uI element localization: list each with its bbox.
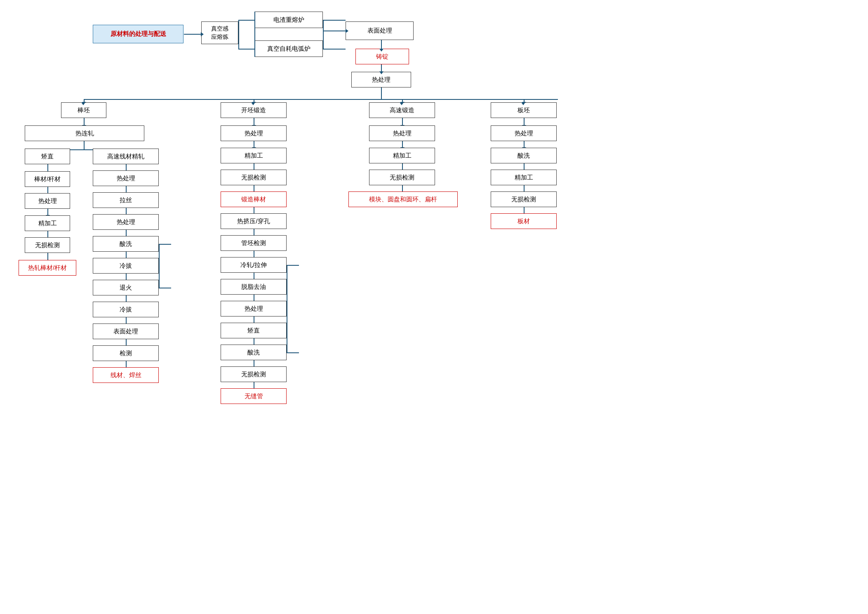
vac-arc-label: 真空自耗电弧炉 bbox=[267, 45, 311, 53]
arrow-picklings-finish bbox=[524, 163, 525, 170]
degrease-box: 脱脂去油 bbox=[221, 279, 287, 295]
mold-disk-label: 模块、圆盘和圆环、扁杆 bbox=[369, 196, 437, 203]
mold-disk-box: 模块、圆盘和圆环、扁杆 bbox=[348, 191, 458, 207]
loop-anneal-bot bbox=[159, 288, 171, 288]
vacuum-induction-label: 真空感应熔炼 bbox=[211, 25, 228, 41]
heat1-box: 热处理 bbox=[25, 193, 70, 209]
heat-hf1-box: 热处理 bbox=[369, 125, 435, 141]
surface2-label: 表面处理 bbox=[113, 328, 138, 335]
ndt-t2-box: 无损检测 bbox=[221, 366, 287, 382]
bar-rod-box: 棒材/杆材 bbox=[25, 171, 70, 187]
hswm-label: 高速线材精轧 bbox=[107, 153, 144, 161]
arrow-finishhf1-ndt bbox=[402, 163, 403, 170]
ndt-s1-box: 无损检测 bbox=[491, 191, 557, 207]
arrow-st-bar bbox=[47, 164, 48, 172]
arrow-to-slab bbox=[524, 99, 525, 102]
right-bracket-h-top bbox=[323, 20, 346, 21]
arrow-openforge-heat bbox=[254, 118, 254, 125]
arrow-esr-surface bbox=[323, 31, 346, 31]
vacuum-induction-box: 真空感应熔炼 bbox=[201, 21, 238, 44]
loop-coldroll-top-h bbox=[287, 265, 299, 266]
arrow-forgedbar-hotex bbox=[254, 207, 254, 214]
ndt-f1-label: 无损检测 bbox=[241, 174, 266, 182]
arrow-slab-heat bbox=[524, 118, 525, 125]
heat1-label: 热处理 bbox=[38, 197, 57, 205]
hswm-box: 高速线材精轧 bbox=[93, 149, 159, 164]
right-bracket-h-bot bbox=[323, 49, 346, 50]
ndt-f1-box: 无损检测 bbox=[221, 170, 287, 185]
bracket-left bbox=[238, 20, 239, 50]
arrow-heat2-wiredraw bbox=[126, 186, 127, 193]
heat-t1-box: 热处理 bbox=[221, 301, 287, 316]
surface-treat-box: 表面处理 bbox=[346, 21, 414, 40]
billet-label: 棒坯 bbox=[78, 106, 90, 114]
ndt1-label: 无损检测 bbox=[35, 241, 60, 249]
arrow-anneal-colddraw2 bbox=[126, 295, 127, 302]
heat-hf1-label: 热处理 bbox=[393, 130, 412, 137]
arrow-wiredraw-heat3 bbox=[126, 208, 127, 215]
arrow-straight2-pickling2 bbox=[254, 338, 254, 345]
wire-weld-label: 线材、焊丝 bbox=[111, 371, 141, 379]
finish-hf1-label: 精加工 bbox=[393, 152, 412, 160]
arrow-to-billet bbox=[84, 99, 85, 102]
cold-draw2-box: 冷拔 bbox=[93, 302, 159, 317]
hot-extrude-label: 热挤压/穿孔 bbox=[237, 217, 270, 225]
heat3-box: 热处理 bbox=[93, 214, 159, 230]
arrow-bar-heat bbox=[47, 187, 48, 194]
loop-anneal-top bbox=[159, 244, 171, 245]
hot-rolling-box: 热连轧 bbox=[25, 125, 144, 141]
heat-t1-label: 热处理 bbox=[245, 305, 263, 313]
arrow-heat-down bbox=[381, 87, 382, 99]
finish-s1-label: 精加工 bbox=[515, 174, 533, 182]
pickling2-label: 酸洗 bbox=[247, 349, 260, 357]
finish-s1-box: 精加工 bbox=[491, 170, 557, 185]
bracket-h-esr bbox=[238, 20, 255, 21]
arrow-pickling2-ndt2 bbox=[254, 360, 254, 367]
arrow-heatf1-finish bbox=[254, 141, 254, 148]
arrow-to-open-forge bbox=[254, 99, 254, 102]
loop-coldroll-right bbox=[287, 265, 287, 352]
forged-bar-label: 锻造棒材 bbox=[241, 196, 266, 203]
raw-material-box: 原材料的处理与配送 bbox=[93, 25, 183, 43]
ndt-hf1-label: 无损检测 bbox=[390, 174, 414, 182]
heat-f1-label: 热处理 bbox=[245, 130, 263, 137]
arrow-colddraw1-anneal bbox=[126, 274, 127, 280]
hot-bar-label: 热轧棒材/杆材 bbox=[28, 264, 67, 272]
slab-label: 板坯 bbox=[518, 106, 530, 114]
arrow-to-high-forge bbox=[402, 99, 403, 102]
pickling-s-box: 酸洗 bbox=[491, 148, 557, 163]
arrow-finishf1-ndt bbox=[254, 163, 254, 170]
heat-s1-box: 热处理 bbox=[491, 125, 557, 141]
tube-ndt-label: 管坯检测 bbox=[241, 239, 266, 247]
arrow-ndt1-hotbar bbox=[47, 253, 48, 260]
raw-material-label: 原材料的处理与配送 bbox=[111, 30, 166, 38]
high-forge-label: 高速锻造 bbox=[390, 106, 414, 114]
tube-ndt-box: 管坯检测 bbox=[221, 235, 287, 251]
arrow-finishs1-ndt bbox=[524, 185, 525, 192]
pickling-s-label: 酸洗 bbox=[518, 152, 530, 160]
arrow-finish1-ndt bbox=[47, 231, 48, 238]
arrow-billet-hotroll bbox=[84, 118, 85, 125]
heat2-label: 热处理 bbox=[117, 175, 135, 182]
arrow-ndts1-plate bbox=[524, 207, 525, 214]
arrow-heat1-finish bbox=[47, 209, 48, 215]
esr-box: 电渣重熔炉 bbox=[255, 12, 323, 28]
ndt-hf1-box: 无损检测 bbox=[369, 170, 435, 185]
cold-draw1-box: 冷拔 bbox=[93, 258, 159, 274]
pickling2-box: 酸洗 bbox=[221, 345, 287, 360]
hotroll-split-v bbox=[84, 141, 85, 149]
main-h-bar bbox=[84, 99, 558, 100]
arrow-tubendt-coldroll bbox=[254, 251, 254, 257]
bracket-v bbox=[254, 12, 255, 57]
inspect-box: 检测 bbox=[93, 345, 159, 361]
straighten2-box: 矫直 bbox=[221, 323, 287, 338]
finish-f1-label: 精加工 bbox=[245, 152, 263, 160]
straighten-label: 矫直 bbox=[41, 153, 54, 161]
seamless-pipe-box: 无缝管 bbox=[221, 388, 287, 404]
heat-s1-label: 热处理 bbox=[515, 130, 533, 137]
arrow-degrease-heat bbox=[254, 295, 254, 301]
finish-hf1-box: 精加工 bbox=[369, 148, 435, 163]
wire-draw-box: 拉丝 bbox=[93, 192, 159, 208]
loop-coldroll-bot-h bbox=[287, 352, 299, 353]
vac-arc-box: 真空自耗电弧炉 bbox=[255, 40, 323, 57]
